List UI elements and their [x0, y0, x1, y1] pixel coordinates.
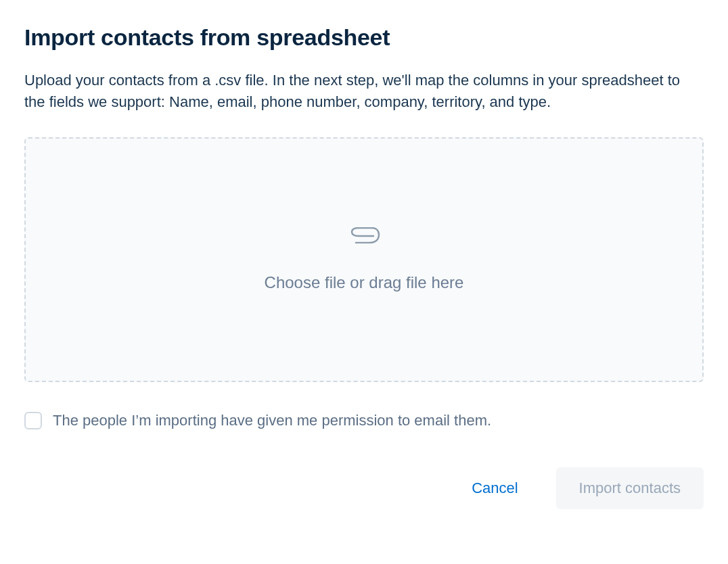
- import-contacts-button[interactable]: Import contacts: [556, 467, 704, 509]
- paperclip-icon: [348, 227, 380, 246]
- consent-label: The people I’m importing have given me p…: [53, 412, 491, 429]
- dialog-actions: Cancel Import contacts: [24, 467, 704, 509]
- dropzone-text: Choose file or drag file here: [265, 273, 464, 292]
- cancel-button[interactable]: Cancel: [455, 469, 534, 508]
- dialog-description: Upload your contacts from a .csv file. I…: [24, 70, 701, 113]
- consent-row: The people I’m importing have given me p…: [24, 412, 704, 429]
- consent-checkbox[interactable]: [24, 412, 42, 429]
- dialog-title: Import contacts from spreadsheet: [24, 24, 704, 51]
- file-dropzone[interactable]: Choose file or drag file here: [24, 137, 704, 382]
